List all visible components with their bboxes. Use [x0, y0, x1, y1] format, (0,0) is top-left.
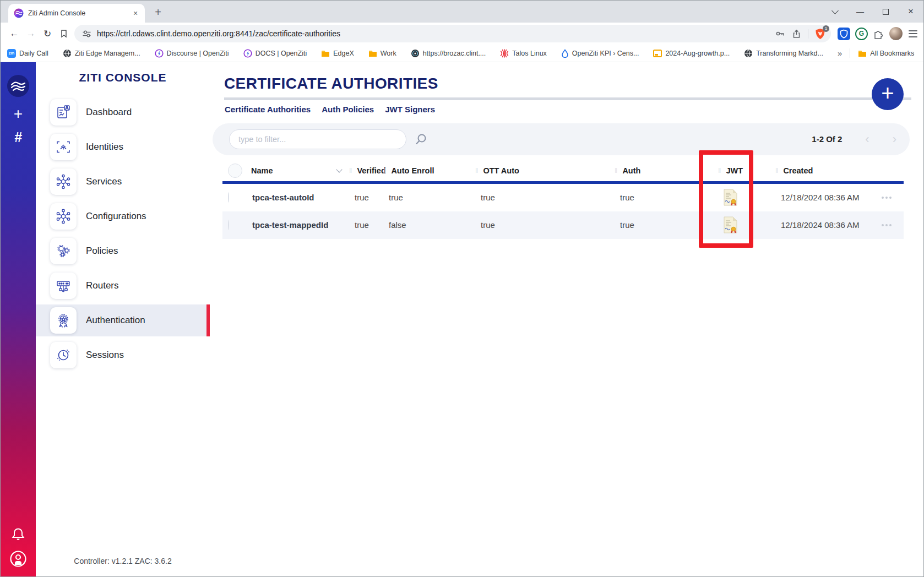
sidebar-item-authentication[interactable]: Authentication	[36, 304, 210, 336]
filter-input[interactable]	[229, 129, 406, 149]
header-ott-auto[interactable]: ‖OTT Auto	[475, 166, 615, 175]
dashboard-icon	[50, 99, 77, 126]
bookmark-discourse-openziti[interactable]: Discourse | OpenZiti	[155, 49, 229, 58]
main-content: CERTIFICATE AUTHORITIES + Certificate Au…	[210, 62, 923, 576]
site-settings-icon[interactable]	[82, 29, 91, 39]
tab-search-icon[interactable]	[822, 1, 847, 23]
share-icon[interactable]	[792, 29, 801, 39]
bookmarks-divider	[850, 48, 850, 58]
header-auto-enroll[interactable]: ‖Auto Enroll	[383, 166, 475, 175]
row-menu-icon[interactable]	[869, 197, 904, 199]
zoom-favicon: zm	[7, 49, 16, 58]
pagination-label: 1-2 Of 2	[812, 134, 842, 144]
new-tab-button[interactable]: +	[150, 5, 166, 20]
ca-table: Name ‖Verified ‖Auto Enroll ‖OTT Auto ‖A…	[222, 160, 904, 239]
verified-value: true	[349, 193, 383, 202]
browser-toolbar: ← → ↻ https://ctrl.cdaws.clint.demo.open…	[1, 23, 923, 45]
bookmark-talos-linux[interactable]: Talos Linux	[500, 49, 547, 58]
routers-icon	[50, 273, 77, 299]
jwt-certificate-icon[interactable]	[718, 216, 775, 233]
next-page-icon[interactable]: ›	[893, 133, 896, 145]
globe-favicon	[744, 49, 753, 58]
authentication-icon	[50, 307, 77, 334]
header-auth[interactable]: ‖Auth	[615, 166, 718, 175]
row-menu-icon[interactable]	[869, 224, 904, 226]
bookmarks-overflow-icon[interactable]: »	[838, 48, 842, 58]
notifications-bell-icon[interactable]	[10, 526, 26, 543]
bookmark-openziti-kpi[interactable]: OpenZiti KPI › Cens...	[561, 49, 639, 58]
doc-favicon	[653, 50, 662, 57]
bookmark-transforming-markd[interactable]: Transforming Markd...	[744, 49, 823, 58]
minimize-button[interactable]: —	[847, 1, 873, 23]
bookmark-work[interactable]: Work	[368, 50, 396, 57]
console-title: ZITI CONSOLE	[36, 71, 210, 84]
close-button[interactable]: ×	[898, 1, 923, 23]
previous-page-icon[interactable]: ‹	[865, 133, 869, 145]
bookmark-brozac[interactable]: https://brozac.clint....	[411, 49, 486, 58]
bookmark-docs-openziti[interactable]: DOCS | OpenZiti	[243, 49, 307, 58]
menu-icon[interactable]	[907, 28, 918, 40]
maximize-button[interactable]	[873, 1, 898, 23]
grammarly-extension-icon[interactable]: G	[855, 28, 868, 40]
created-value: 12/18/2024 08:36 AM	[775, 220, 869, 230]
profile-avatar[interactable]	[889, 27, 903, 40]
tab-certificate-authorities[interactable]: Certificate Authorities	[225, 105, 311, 116]
bookmark-2024-aug-growth[interactable]: 2024-Aug-growth.p...	[653, 50, 730, 57]
ca-name[interactable]: tpca-test-mappedId	[251, 220, 349, 230]
brave-shield-icon[interactable]: 1	[815, 28, 825, 40]
header-name[interactable]: Name	[251, 166, 349, 175]
tab-close-icon[interactable]: ×	[131, 8, 140, 18]
hash-icon[interactable]: #	[14, 130, 22, 144]
tab-strip: Ziti Admin Console × + — ×	[1, 1, 923, 23]
bookmark-ziti-edge[interactable]: Ziti Edge Managem...	[63, 49, 140, 58]
header-jwt[interactable]: ‖JWT	[718, 166, 775, 175]
reload-icon[interactable]: ↻	[39, 28, 56, 40]
search-icon[interactable]	[414, 132, 428, 146]
back-icon[interactable]: ←	[6, 28, 23, 39]
shield-badge: 1	[823, 25, 829, 32]
table-row[interactable]: tpca-test-mappedId true false true true …	[222, 211, 904, 239]
all-bookmarks-button[interactable]: All Bookmarks	[858, 50, 914, 57]
sidebar-item-services[interactable]: Services	[36, 166, 210, 198]
bitwarden-extension-icon[interactable]	[838, 28, 850, 40]
ziti-favicon	[14, 8, 24, 18]
jwt-certificate-icon[interactable]	[718, 189, 775, 206]
browser-tab[interactable]: Ziti Admin Console ×	[8, 4, 145, 23]
url-text[interactable]: https://ctrl.cdaws.clint.demo.openziti.o…	[97, 29, 769, 38]
password-key-icon[interactable]	[775, 29, 785, 39]
address-bar[interactable]: https://ctrl.cdaws.clint.demo.openziti.o…	[74, 25, 831, 42]
identities-icon	[50, 134, 77, 160]
profile-icon[interactable]	[9, 550, 27, 568]
ziti-logo-icon[interactable]	[7, 74, 30, 97]
sidebar-item-configurations[interactable]: Configurations	[36, 200, 210, 232]
verified-value: true	[349, 220, 383, 230]
bookmark-edgex[interactable]: EdgeX	[321, 50, 354, 57]
bookmark-icon[interactable]	[56, 29, 72, 38]
add-icon[interactable]: +	[14, 106, 23, 122]
header-created[interactable]: ‖Created	[775, 166, 869, 175]
bookmark-daily-call[interactable]: zm Daily Call	[7, 49, 48, 58]
sessions-icon	[50, 342, 77, 368]
toolbar-divider	[808, 29, 808, 39]
row-checkbox[interactable]	[228, 220, 229, 230]
row-checkbox[interactable]	[228, 192, 229, 203]
sidebar-item-identities[interactable]: Identities	[36, 131, 210, 163]
sidebar-item-sessions[interactable]: Sessions	[36, 339, 210, 371]
sidebar-item-routers[interactable]: Routers	[36, 270, 210, 302]
sidebar-item-dashboard[interactable]: Dashboard	[36, 96, 210, 128]
ca-name[interactable]: tpca-test-autoId	[251, 193, 349, 202]
tab-jwt-signers[interactable]: JWT Signers	[385, 105, 435, 116]
table-row[interactable]: tpca-test-autoId true true true true 12/…	[222, 184, 904, 211]
extensions-puzzle-icon[interactable]	[873, 28, 884, 40]
sidebar-item-policies[interactable]: Policies	[36, 235, 210, 267]
add-certificate-authority-button[interactable]: +	[872, 78, 904, 110]
plus-icon: +	[881, 82, 894, 104]
bookmarks-bar: zm Daily Call Ziti Edge Managem... Disco…	[1, 45, 923, 62]
header-verified[interactable]: ‖Verified	[349, 166, 383, 175]
forward-icon[interactable]: →	[23, 28, 39, 39]
select-all-checkbox[interactable]	[228, 164, 242, 178]
tab-title: Ziti Admin Console	[28, 9, 131, 17]
tab-auth-policies[interactable]: Auth Policies	[322, 105, 374, 116]
globe-favicon	[63, 49, 72, 58]
auth-value: true	[615, 220, 718, 230]
